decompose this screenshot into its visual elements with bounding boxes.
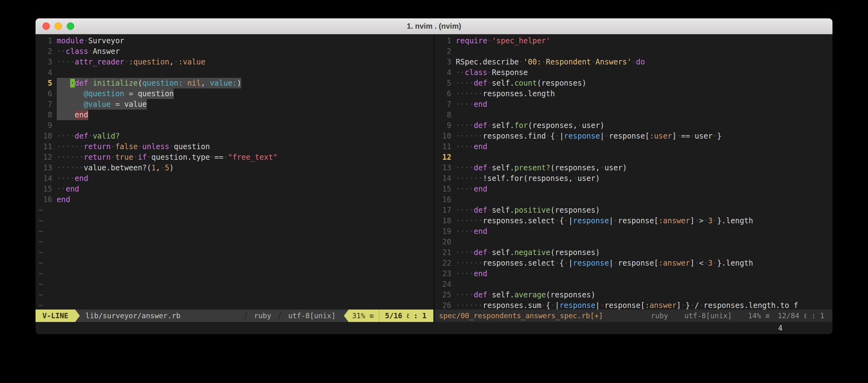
editor-pane-right[interactable]: 1require·'spec_helper'23RSpec.describe·'… [435, 34, 833, 322]
code-line[interactable]: 8····end [39, 110, 433, 120]
code-line[interactable]: 16 [438, 194, 833, 205]
code-line[interactable]: 5····def·initialize(question:·nil,·value… [39, 78, 433, 89]
code-line[interactable]: 9····def·self.for(responses,·user) [438, 120, 833, 131]
tilde-empty-line: ~ [39, 258, 433, 269]
code-line[interactable]: 26······responses.sum·{·|response|·respo… [438, 300, 833, 310]
visual-selection: ······@question·=·question [57, 89, 174, 99]
code-line[interactable]: 6······responses.length [438, 89, 833, 99]
code-token: false [115, 142, 138, 151]
code-line[interactable]: 22······responses.select·{·|response|·re… [438, 258, 833, 269]
line-text: ····def·self.negative(responses) [456, 247, 600, 258]
code-token: def [474, 164, 487, 172]
code-line[interactable]: 1module·Surveyor [39, 35, 433, 46]
code-token: · [111, 153, 115, 162]
code-token: end [474, 100, 487, 109]
code-line[interactable]: 7······@value·=·value [39, 99, 433, 110]
code-line[interactable]: 17····def·self.positive(responses) [438, 205, 833, 215]
code-token: · [677, 132, 681, 140]
code-line[interactable]: 12······return·true·if·question.type·==·… [39, 152, 433, 163]
code-line[interactable]: 15····end [438, 184, 833, 194]
code-token: · [124, 90, 129, 98]
code-token: @value [84, 100, 111, 109]
code-token: ( [138, 79, 142, 88]
code-token: def [474, 79, 487, 88]
tilde-empty-line: ~ [39, 215, 433, 226]
code-line[interactable]: 3····attr_reader·:question,·:value [39, 57, 433, 67]
line-number: 16 [438, 194, 456, 205]
code-line[interactable]: 18······responses.select·{·|response|·re… [438, 215, 833, 226]
code-line[interactable]: 14······!self.for(responses,·user) [438, 173, 833, 184]
code-line[interactable]: 10····def·valid? [39, 131, 433, 141]
code-line[interactable]: 25····def·self.average(responses) [438, 289, 833, 300]
statusline-spacer [603, 310, 643, 322]
code-line[interactable]: 15··end [39, 184, 433, 194]
code-token: (responses, [550, 164, 600, 172]
line-number: 14 [438, 173, 456, 184]
encoding-label: utf-8[unix] [676, 310, 740, 322]
titlebar[interactable]: 1. nvim . (nvim) [35, 19, 833, 34]
editor-pane-left[interactable]: 1module·Surveyor2··class·Answer3····attr… [35, 34, 433, 322]
code-token: module [57, 36, 84, 45]
code-line[interactable]: 24 [438, 279, 833, 289]
line-number: 13 [438, 163, 456, 173]
code-token: response [573, 216, 609, 225]
line-text: ····def·self.for(responses,·user) [456, 120, 604, 131]
code-line[interactable]: 5····def·self.count(responses) [438, 78, 833, 89]
code-line[interactable]: 2··class·Answer [39, 46, 433, 57]
code-token: ···· [456, 164, 474, 172]
tilde-empty-line: ~ [39, 269, 433, 279]
code-line[interactable]: 19····end [438, 226, 833, 237]
code-token: ···· [456, 142, 474, 151]
code-line[interactable]: 20 [438, 237, 833, 247]
code-line[interactable]: 7····end [438, 99, 833, 110]
code-line[interactable]: 4··class·Response [438, 67, 833, 78]
code-line[interactable]: 6······@question·=·question [39, 89, 433, 99]
code-line[interactable]: 3RSpec.describe·'00:·Respondent·Answers'… [438, 57, 833, 67]
code-token: end [474, 142, 487, 151]
line-text: ······responses.sum·{·|response|·respons… [456, 300, 798, 310]
scroll-percent: 31% ≡ [348, 310, 379, 322]
line-number: 5 [438, 78, 456, 89]
code-token: · [487, 248, 492, 257]
code-token: · [578, 121, 582, 130]
code-line[interactable]: 2 [438, 46, 833, 57]
code-line[interactable]: 4 [39, 67, 433, 78]
code-token: ···· [57, 174, 75, 183]
code-token: { [546, 301, 550, 310]
code-token: 5 [165, 164, 169, 172]
code-line[interactable]: 8 [438, 110, 833, 120]
code-token: · [600, 301, 604, 310]
code-line[interactable]: 13······value.between?(1,·5) [39, 163, 433, 173]
line-number: 26 [438, 300, 456, 310]
code-token: response [573, 259, 609, 268]
line-number: 6 [39, 89, 57, 99]
code-line[interactable]: 11······return·false·unless·question [39, 141, 433, 152]
code-line[interactable]: 14····end [39, 173, 433, 184]
code-line[interactable]: 10······responses.find·{·|response|·resp… [438, 131, 833, 141]
code-token: (responses) [537, 79, 586, 88]
code-token: · [210, 153, 214, 162]
code-line[interactable]: 12 [438, 152, 833, 163]
current-line-number: 5 [39, 78, 57, 89]
line-number: 13 [39, 163, 57, 173]
code-line[interactable]: 13····def·self.present?(responses,·user) [438, 163, 833, 173]
filetype-label: ruby [246, 310, 279, 322]
code-area-right[interactable]: 1require·'spec_helper'23RSpec.describe·'… [435, 34, 833, 310]
code-line[interactable]: 1require·'spec_helper' [438, 35, 833, 46]
code-token: · [614, 216, 618, 225]
code-line[interactable]: 11····end [438, 141, 833, 152]
code-line[interactable]: 23····end [438, 269, 833, 279]
code-line[interactable]: 16end [39, 194, 433, 205]
code-line[interactable]: 21····def·self.negative(responses) [438, 247, 833, 258]
code-token: > [699, 216, 703, 225]
code-line[interactable]: 9 [39, 120, 433, 131]
statusline-right[interactable]: spec/00_respondents_answers_spec.rb[+] r… [435, 310, 833, 322]
code-token: end [75, 174, 88, 183]
code-token: self. [492, 164, 514, 172]
code-token: :value [178, 58, 206, 66]
statusline-left[interactable]: V-LINE lib/surveyor/answer.rb ruby utf-8… [35, 310, 433, 322]
line-text: ······!self.for(responses,·user) [456, 173, 600, 184]
code-token: | [568, 216, 573, 225]
code-token: self. [492, 206, 514, 214]
code-area-left[interactable]: 1module·Surveyor2··class·Answer3····attr… [35, 34, 433, 310]
